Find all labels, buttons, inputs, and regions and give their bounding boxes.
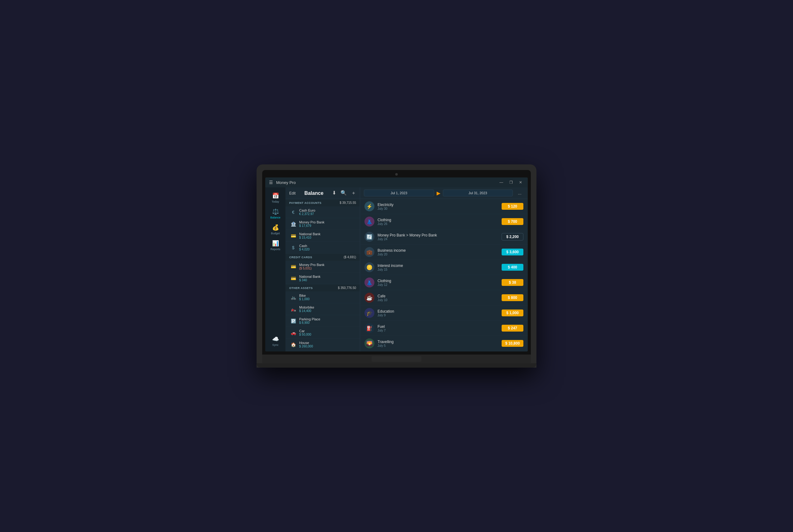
transaction-info-3: Business income July 20 (377, 248, 502, 256)
transaction-item[interactable]: ⚡ Electricity July 30 $ 120 (360, 199, 528, 214)
date-more-button[interactable]: ... (515, 189, 524, 197)
other-assets-total: $ 350,776.50 (338, 286, 356, 290)
account-car[interactable]: 🚗 Car $ 50,000 (285, 327, 360, 339)
transaction-date-9: July 5 (377, 344, 502, 347)
left-panel: Edit Balance ⬇ 🔍 ＋ PAYMENT ACCOUNTS $ 3 (285, 187, 360, 352)
account-money-pro-bank-cc[interactable]: 💳 Money Pro Bank ($ 5,031) (285, 261, 360, 272)
header-actions: ⬇ 🔍 ＋ (332, 190, 356, 196)
transaction-date-4: July 15 (377, 268, 502, 271)
national-bank-payment-info: National Bank $ 15,410 (299, 232, 356, 239)
parking-balance: $ 8,900 (299, 321, 356, 324)
transaction-date-0: July 30 (377, 207, 502, 210)
money-pro-bank-cc-icon: 💳 (289, 264, 297, 269)
search-icon[interactable]: 🔍 (340, 190, 347, 196)
transaction-info-5: Clothing July 12 (377, 279, 502, 286)
payment-accounts-total: $ 39,715.55 (339, 201, 356, 205)
bike-balance: $ 1,000 (299, 298, 356, 301)
car-name: Car (299, 329, 356, 333)
sidebar-item-sync[interactable]: ☁️ Sync (265, 333, 285, 349)
account-motorbike[interactable]: 🏍️ Motorbike $ 14,400 (285, 303, 360, 315)
transaction-date-5: July 12 (377, 283, 502, 286)
transaction-item[interactable]: 🔄 Money Pro Bank > Money Pro Bank July 2… (360, 229, 528, 245)
bike-icon: 🚲 (289, 295, 297, 300)
account-bike[interactable]: 🚲 Bike $ 1,000 (285, 291, 360, 303)
sidebar-item-balance[interactable]: ⚖️ Balance (265, 206, 285, 222)
cash-icon: $ (289, 245, 297, 250)
transaction-name-8: Fuel (377, 324, 502, 329)
transaction-icon-1: 👗 (365, 216, 374, 227)
budget-icon: 💰 (272, 224, 279, 231)
motorbike-name: Motorbike (299, 305, 356, 309)
account-cash[interactable]: $ Cash $ 4,020 (285, 242, 360, 253)
cash-euro-icon: € (289, 210, 297, 215)
close-button[interactable]: ✕ (517, 179, 524, 185)
app-title: Money Pro (276, 180, 498, 185)
menu-icon[interactable]: ☰ (269, 180, 273, 185)
house-name: House (299, 341, 356, 345)
car-balance: $ 50,000 (299, 333, 356, 336)
minimize-button[interactable]: — (498, 179, 505, 185)
transaction-amount-6: $ 800 (502, 294, 523, 301)
other-assets-header: OTHER ASSETS $ 350,776.50 (285, 284, 360, 291)
credit-cards-title: CREDIT CARDS (289, 256, 312, 259)
transaction-icon-0: ⚡ (365, 201, 374, 211)
sidebar-label-budget: Budget (271, 232, 280, 235)
transaction-amount-5: $ 38 (502, 279, 523, 286)
transaction-date-8: July 7 (377, 329, 502, 332)
sidebar-item-budget[interactable]: 💰 Budget (265, 222, 285, 238)
national-bank-payment-name: National Bank (299, 232, 356, 236)
transaction-item[interactable]: 🎓 Education July 9 $ 1,000 (360, 305, 528, 321)
national-bank-cc-balance: $ 340 (299, 279, 356, 282)
sidebar-item-reports[interactable]: 📊 Reports (265, 238, 285, 253)
window-controls: — ❐ ✕ (498, 179, 524, 185)
transaction-amount-1: $ 700 (502, 218, 523, 225)
money-pro-bank-cc-info: Money Pro Bank ($ 5,031) (299, 263, 356, 270)
transaction-name-6: Cafe (377, 294, 502, 298)
house-info: House $ 260,000 (299, 341, 356, 348)
account-national-bank-payment[interactable]: 💳 National Bank $ 15,410 (285, 230, 360, 242)
date-arrow-icon: ▶ (437, 190, 440, 196)
credit-cards-total: ($ 4,691) (344, 255, 356, 259)
cash-euro-name: Cash Euro (299, 209, 356, 212)
download-icon[interactable]: ⬇ (332, 190, 336, 196)
transaction-info-1: Clothing July 26 (377, 218, 502, 226)
account-national-bank-cc[interactable]: 💳 National Bank $ 340 (285, 272, 360, 284)
transaction-info-6: Cafe July 10 (377, 294, 502, 302)
date-from-button[interactable]: Jul 1, 2023 (364, 190, 434, 196)
motorbike-icon: 🏍️ (289, 307, 297, 312)
transaction-item[interactable]: 💼 Business income July 20 $ 3,600 (360, 245, 528, 260)
transaction-icon-9: 🌄 (365, 338, 374, 348)
account-cash-euro[interactable]: € Cash Euro € 2,372.97 (285, 206, 360, 218)
reports-icon: 📊 (272, 240, 279, 247)
transaction-name-7: Education (377, 309, 502, 314)
transaction-amount-2: $ 2,200 (502, 233, 523, 241)
transaction-amount-0: $ 120 (502, 203, 523, 210)
sidebar-label-today: Today (272, 200, 279, 203)
add-icon[interactable]: ＋ (351, 190, 356, 196)
maximize-button[interactable]: ❐ (508, 179, 515, 185)
parking-name: Parking Place (299, 317, 356, 321)
transaction-item[interactable]: 👗 Clothing July 26 $ 700 (360, 214, 528, 229)
sidebar-item-today[interactable]: 📅 Today (265, 190, 285, 206)
transaction-item[interactable]: 👗 Clothing July 12 $ 38 (360, 275, 528, 290)
national-bank-cc-info: National Bank $ 340 (299, 275, 356, 282)
transaction-amount-3: $ 3,600 (502, 249, 523, 255)
parking-info: Parking Place $ 8,900 (299, 317, 356, 324)
transaction-amount-8: $ 247 (502, 325, 523, 331)
date-to-button[interactable]: Jul 31, 2023 (443, 190, 513, 196)
cash-euro-info: Cash Euro € 2,372.97 (299, 209, 356, 216)
parking-icon: 🅿️ (289, 319, 297, 323)
money-pro-bank-cc-balance: ($ 5,031) (299, 267, 356, 270)
transaction-item[interactable]: ☕ Cafe July 10 $ 800 (360, 290, 528, 305)
transaction-item[interactable]: 🌄 Travelling July 5 $ 10,800 (360, 336, 528, 351)
transaction-item[interactable]: ⛽ Fuel July 7 $ 247 (360, 321, 528, 336)
date-range-header: Jul 1, 2023 ▶ Jul 31, 2023 ... (360, 187, 528, 199)
transaction-name-1: Clothing (377, 218, 502, 222)
payment-accounts-title: PAYMENT ACCOUNTS (289, 201, 321, 205)
transaction-item[interactable]: 🪙 Interest income July 15 $ 400 (360, 260, 528, 275)
edit-button[interactable]: Edit (289, 191, 296, 195)
transaction-amount-4: $ 400 (502, 264, 523, 271)
account-money-pro-bank-payment[interactable]: 🏦 Money Pro Bank $ 17,679 (285, 218, 360, 230)
account-parking[interactable]: 🅿️ Parking Place $ 8,900 (285, 315, 360, 327)
account-house[interactable]: 🏠 House $ 260,000 (285, 339, 360, 350)
